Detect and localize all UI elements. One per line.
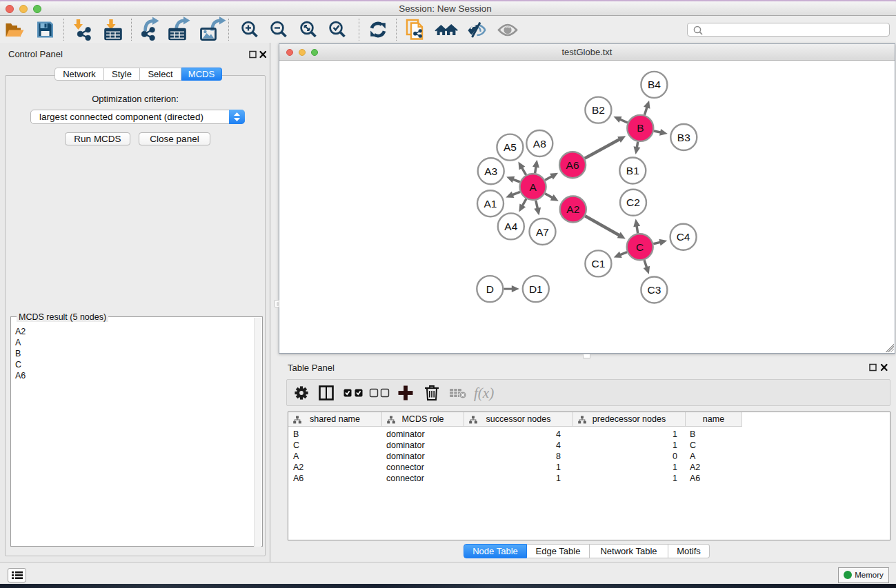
svg-text:A: A <box>529 181 537 193</box>
svg-text:C3: C3 <box>647 284 661 296</box>
svg-text:f(x): f(x) <box>474 385 494 401</box>
svg-text:A6: A6 <box>566 159 579 171</box>
svg-text:B4: B4 <box>648 79 661 90</box>
svg-text:A5: A5 <box>504 141 517 153</box>
svg-text:B1: B1 <box>626 165 639 176</box>
svg-text:A2: A2 <box>566 203 579 215</box>
svg-text:B2: B2 <box>592 104 605 116</box>
svg-text:C1: C1 <box>591 258 605 270</box>
svg-text:A1: A1 <box>484 198 497 210</box>
svg-text:A3: A3 <box>484 165 497 177</box>
svg-text:D: D <box>486 283 494 295</box>
svg-text:C2: C2 <box>626 196 640 208</box>
svg-text:D1: D1 <box>529 283 543 295</box>
svg-text:A7: A7 <box>536 226 549 238</box>
svg-text:A4: A4 <box>504 221 517 232</box>
svg-text:B: B <box>637 122 644 134</box>
svg-text:C4: C4 <box>677 231 690 243</box>
svg-text:B3: B3 <box>677 132 690 143</box>
svg-text:A8: A8 <box>533 138 546 150</box>
svg-text:C: C <box>636 241 644 253</box>
